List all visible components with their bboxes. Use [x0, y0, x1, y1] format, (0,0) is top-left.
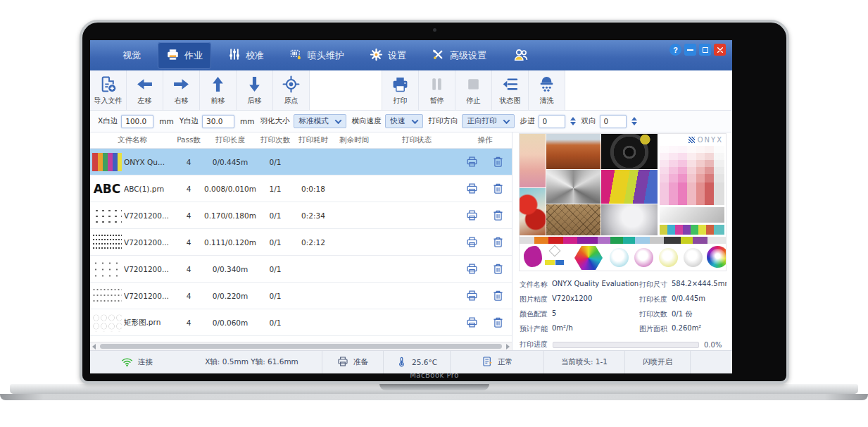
- y-margin-unit: mm: [240, 117, 254, 125]
- preview-gray-gradient: [660, 207, 724, 223]
- toolbar-button-label: 导入文件: [94, 96, 122, 106]
- preview-photo-cracked-earth: [546, 204, 600, 235]
- tab-label: 设置: [388, 49, 406, 62]
- delete-job-button[interactable]: [485, 309, 511, 335]
- file-name: V7201200...: [124, 292, 175, 300]
- horizontal-scrollbar[interactable]: [90, 342, 512, 350]
- x-margin-label: X白边: [98, 116, 118, 126]
- direction-value: 正向打印: [467, 116, 497, 126]
- clean-icon: [538, 75, 555, 94]
- move-backward-button[interactable]: 后移: [237, 70, 273, 110]
- job-preview-image: ONYX: [519, 133, 727, 271]
- print-count: 0/1: [258, 158, 293, 166]
- print-job-button[interactable]: [459, 283, 485, 309]
- file-name: V7201200...: [124, 211, 175, 220]
- arrow-down-icon: [246, 75, 263, 94]
- delete-job-button[interactable]: [485, 202, 511, 228]
- delete-job-button[interactable]: [485, 175, 511, 202]
- table-row[interactable]: 矩形图.prn 4 0/0.060m 0/1: [90, 309, 512, 336]
- scrollbar-thumb[interactable]: [100, 344, 502, 349]
- print-job-button[interactable]: [459, 175, 485, 202]
- print-count: 0/1: [258, 265, 293, 273]
- move-right-button[interactable]: 右移: [163, 70, 200, 110]
- status-bar: 连接 X轴: 0.5mm Y轴: 61.6mm 准备 25.6°C 正常 当前喷…: [90, 350, 732, 373]
- toolbar-button-label: 停止: [467, 96, 481, 106]
- delete-job-button[interactable]: [485, 256, 511, 282]
- printer-ready-status: 准备: [322, 351, 384, 373]
- feather-select[interactable]: 标准模式: [294, 114, 346, 128]
- x-margin-input[interactable]: [121, 115, 153, 128]
- pass-count: 4: [175, 185, 203, 193]
- origin-button[interactable]: 原点: [273, 70, 310, 110]
- tab-job[interactable]: 作业: [158, 42, 211, 69]
- table-row[interactable]: ONYX Qu... 4 0/0.445m 0/1: [90, 149, 512, 175]
- y-margin-input[interactable]: [202, 115, 234, 128]
- tab-vision[interactable]: 视觉: [114, 44, 149, 68]
- scroll-right-icon[interactable]: [506, 344, 510, 349]
- step-input[interactable]: [539, 115, 565, 128]
- table-row[interactable]: V7201200... 4 0.111/0.120m 0/1 0:2:12: [90, 229, 512, 256]
- move-forward-button[interactable]: 前移: [200, 70, 237, 110]
- tab-printhead-maintenance[interactable]: 喷头维护: [281, 42, 353, 69]
- print-length: 0.008/0.010m: [203, 185, 258, 193]
- scroll-left-icon[interactable]: [92, 344, 96, 349]
- move-left-button[interactable]: 左移: [127, 70, 163, 110]
- tab-advanced-settings[interactable]: 高级设置: [423, 42, 495, 69]
- maximize-button[interactable]: [699, 44, 711, 56]
- delete-job-button[interactable]: [485, 149, 511, 175]
- pause-button[interactable]: 暂停: [419, 70, 455, 110]
- print-job-button[interactable]: [459, 202, 485, 228]
- image-area-value: 0.260m²: [672, 324, 701, 334]
- job-details: 文件名称ONYX Quality Evaluation1. 打印尺寸584.2×…: [512, 271, 732, 350]
- tab-settings[interactable]: 设置: [361, 42, 415, 69]
- table-row[interactable]: V7201200... 4 0/0.340m 0/1: [90, 256, 512, 283]
- preview-photo-tomatoes: [520, 188, 546, 235]
- temperature-value: 25.6°C: [412, 358, 437, 366]
- close-button[interactable]: [714, 44, 726, 56]
- preview-pane: ONYX: [512, 132, 732, 350]
- file-thumbnail: [92, 206, 122, 225]
- table-row[interactable]: V7201200... 4 0/0.220m 0/1: [90, 283, 512, 309]
- print-button[interactable]: 打印: [382, 70, 419, 110]
- print-job-button[interactable]: [459, 229, 485, 255]
- direction-select[interactable]: 正向打印: [462, 114, 515, 128]
- progress-bar: [553, 342, 699, 348]
- print-job-button[interactable]: [459, 149, 485, 175]
- toolbar-button-label: 打印: [394, 96, 408, 106]
- print-time: 0:0:18: [293, 185, 334, 193]
- onyx-logo-icon: [688, 137, 695, 143]
- print-job-button[interactable]: [459, 309, 485, 335]
- import-file-button[interactable]: 导入文件: [90, 70, 127, 110]
- table-row[interactable]: ABC ABC(1).prn 4 0.008/0.010m 1/1 0:0:18: [90, 175, 512, 202]
- preview-swatch-panel: ONYX: [658, 134, 726, 236]
- laptop-base: [10, 384, 858, 394]
- status-bar-fill: [691, 351, 732, 373]
- resolution-label: 图片精度: [520, 295, 548, 304]
- spinner-down-icon: [631, 122, 637, 125]
- bidirectional-input[interactable]: [600, 115, 627, 128]
- delete-job-button[interactable]: [485, 283, 511, 309]
- delete-job-button[interactable]: [485, 229, 511, 255]
- status-panel-icon: [501, 75, 519, 94]
- step-stepper[interactable]: [570, 117, 576, 125]
- bidirectional-stepper[interactable]: [631, 117, 637, 125]
- preview-photo-abstract: [601, 170, 658, 204]
- capacity-label: 预计产能: [520, 324, 548, 334]
- clean-button[interactable]: 清洗: [529, 70, 565, 110]
- help-button[interactable]: ?: [669, 44, 681, 56]
- minimize-button[interactable]: [684, 44, 696, 56]
- machine-status-label: 正常: [498, 357, 512, 367]
- stop-button[interactable]: 停止: [455, 70, 492, 110]
- table-row[interactable]: V7201200... 4 0.170/0.180m 0/1 0:2:34: [90, 202, 512, 229]
- speed-select[interactable]: 快速: [385, 114, 423, 128]
- users-button[interactable]: [513, 47, 529, 64]
- print-job-button[interactable]: [459, 256, 485, 282]
- toolbar-button-label: 原点: [284, 96, 298, 106]
- status-panel-button[interactable]: 状态图: [492, 70, 529, 110]
- file-name-value: ONYX Quality Evaluation1.: [552, 280, 639, 290]
- preview-photo-steering-wheel: [601, 134, 658, 169]
- print-time: 0:2:12: [293, 238, 334, 247]
- laptop-hinge-notch: [379, 384, 489, 390]
- preview-bottom-strip: [520, 245, 726, 271]
- tab-calibration[interactable]: 校准: [220, 42, 272, 68]
